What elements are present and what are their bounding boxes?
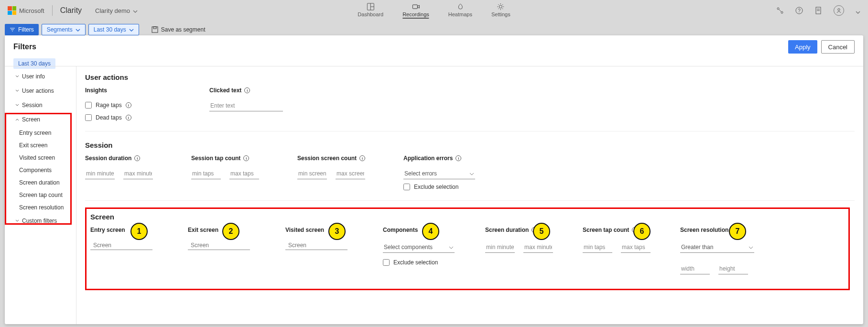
- info-icon[interactable]: i: [243, 155, 249, 161]
- screen-taps-min[interactable]: [583, 242, 612, 253]
- sidebar-item-screen[interactable]: Screen: [5, 112, 76, 127]
- nav-dashboard[interactable]: Dashboard: [358, 3, 383, 17]
- save-as-segment-button[interactable]: Save as segment: [152, 26, 206, 33]
- cancel-button[interactable]: Cancel: [821, 40, 855, 54]
- screen-duration-min[interactable]: [485, 242, 515, 253]
- resolution-width[interactable]: [680, 263, 710, 274]
- errors-exclude-checkbox[interactable]: Exclude selection: [403, 182, 475, 192]
- sidebar-sub-entry-screen[interactable]: Entry screen: [5, 127, 76, 139]
- svg-rect-17: [152, 27, 158, 33]
- user-avatar[interactable]: [834, 5, 844, 16]
- select-errors-dropdown[interactable]: Select errors: [403, 168, 475, 179]
- rage-taps-checkbox[interactable]: Rage tapsi: [85, 100, 171, 110]
- session-screens-min[interactable]: [297, 168, 327, 179]
- annotation-badge: 1: [130, 223, 148, 240]
- sidebar-item-custom-filters[interactable]: Custom filters: [5, 214, 76, 228]
- annotation-badge: 5: [533, 223, 550, 240]
- microsoft-logo-icon: [8, 6, 16, 15]
- session-duration-max[interactable]: [123, 168, 153, 179]
- nav-heatmaps[interactable]: Heatmaps: [448, 3, 472, 17]
- connect-icon[interactable]: [776, 7, 784, 14]
- resolution-mode-dropdown[interactable]: Greater than: [680, 242, 754, 253]
- heatmaps-icon: [456, 3, 464, 11]
- clicked-text-label: Clicked texti: [209, 87, 283, 94]
- svg-point-6: [781, 11, 783, 13]
- sidebar-sub-exit-screen[interactable]: Exit screen: [5, 139, 76, 152]
- divider: [52, 5, 53, 16]
- nav-settings[interactable]: Settings: [491, 3, 510, 17]
- session-duration-min[interactable]: [85, 168, 115, 179]
- insights-label: Insights: [85, 87, 171, 94]
- section-screen: Screen 1 Entry screen 2 Exit screen 3: [90, 213, 845, 274]
- info-icon[interactable]: i: [244, 87, 250, 93]
- panel-actions: Apply Cancel: [788, 40, 855, 54]
- svg-point-5: [777, 8, 779, 10]
- panel-body: User info User actions Session Screen En…: [5, 66, 863, 324]
- brand-microsoft: Microsoft: [19, 7, 44, 14]
- nav-recordings[interactable]: Recordings: [402, 3, 429, 19]
- application-errors-label: Application errorsi: [403, 155, 475, 162]
- screen-taps-max[interactable]: [621, 242, 651, 253]
- session-screens-max[interactable]: [336, 168, 365, 179]
- project-selector[interactable]: Clarity demo: [95, 7, 138, 14]
- filters-panel: Filters Apply Cancel Last 30 days User i…: [5, 35, 863, 324]
- chevron-down-icon: [449, 245, 454, 250]
- session-tap-count-label: Session tap counti: [191, 155, 259, 162]
- screen-duration-max[interactable]: [523, 242, 553, 253]
- brand-clarity: Clarity: [60, 6, 82, 15]
- sidebar-item-user-info[interactable]: User info: [5, 69, 76, 84]
- sidebar-sub-visited-screen[interactable]: Visited screen: [5, 152, 76, 164]
- components-label: Components: [383, 227, 459, 233]
- sidebar-sub-components[interactable]: Components: [5, 164, 76, 176]
- info-icon[interactable]: i: [126, 115, 131, 120]
- segments-dropdown[interactable]: Segments: [42, 24, 86, 35]
- clicked-text-input[interactable]: [209, 100, 283, 111]
- panel-title: Filters: [13, 43, 36, 51]
- chevron-down-icon: [15, 103, 19, 107]
- components-exclude-checkbox[interactable]: Exclude selection: [383, 258, 459, 267]
- sidebar-sub-screen-duration[interactable]: Screen duration: [5, 176, 76, 189]
- svg-text:?: ?: [798, 8, 801, 13]
- entry-screen-search[interactable]: [90, 242, 152, 250]
- session-taps-max[interactable]: [229, 168, 259, 179]
- section-title: Session: [85, 141, 855, 149]
- project-name: Clarity demo: [95, 7, 130, 14]
- filters-button[interactable]: Filters: [5, 24, 39, 35]
- sidebar-item-session[interactable]: Session: [5, 98, 76, 112]
- settings-icon: [497, 3, 505, 11]
- resolution-height[interactable]: [718, 263, 748, 274]
- info-icon[interactable]: i: [359, 155, 365, 161]
- section-title: Screen: [90, 213, 845, 221]
- sidebar-sub-screen-resolution[interactable]: Screen resolution: [5, 201, 76, 214]
- chevron-down-icon: [133, 8, 138, 13]
- session-taps-min[interactable]: [191, 168, 221, 179]
- section-title: User actions: [85, 73, 855, 81]
- svg-rect-18: [153, 27, 156, 29]
- chevron-down-icon: [469, 171, 474, 176]
- help-icon[interactable]: ?: [795, 7, 803, 14]
- session-screen-count-label: Session screen counti: [297, 155, 365, 162]
- chevron-down-icon: [749, 245, 753, 250]
- section-session: Session Session durationi Session tap co…: [85, 138, 855, 201]
- info-icon[interactable]: i: [126, 102, 131, 108]
- chevron-up-icon: [15, 118, 19, 121]
- chevron-down-icon: [129, 27, 134, 32]
- info-icon[interactable]: i: [456, 155, 461, 161]
- annotation-badge: 4: [422, 223, 439, 240]
- highlight-box-screen: Screen 1 Entry screen 2 Exit screen 3: [85, 207, 850, 290]
- svg-point-4: [499, 5, 502, 8]
- info-icon[interactable]: i: [134, 155, 140, 161]
- doc-icon[interactable]: [814, 7, 822, 14]
- filter-toolbar: Filters Segments Last 30 days Save as se…: [5, 23, 863, 36]
- dead-taps-checkbox[interactable]: Dead tapsi: [85, 113, 171, 122]
- visited-screen-search[interactable]: [285, 242, 347, 250]
- top-nav: Dashboard Recordings Heatmaps Settings: [358, 0, 510, 21]
- sidebar-sub-screen-tap-count[interactable]: Screen tap count: [5, 189, 76, 201]
- filter-sidebar: User info User actions Session Screen En…: [5, 66, 76, 324]
- apply-button[interactable]: Apply: [788, 40, 817, 54]
- exit-screen-search[interactable]: [188, 242, 250, 250]
- filter-content: User actions Insights Rage tapsi Dead ta…: [76, 66, 863, 324]
- daterange-dropdown[interactable]: Last 30 days: [88, 24, 139, 35]
- sidebar-item-user-actions[interactable]: User actions: [5, 84, 76, 98]
- select-components-dropdown[interactable]: Select components: [383, 242, 455, 253]
